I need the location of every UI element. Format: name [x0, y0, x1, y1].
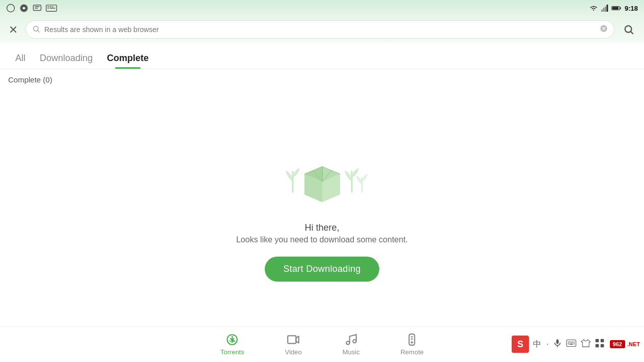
svg-rect-29: [411, 337, 413, 338]
svg-point-28: [411, 341, 413, 343]
app-icon-4: [46, 4, 57, 13]
svg-rect-43: [600, 339, 604, 343]
battery-icon: [611, 5, 622, 11]
svg-rect-4: [601, 10, 603, 12]
time-display: 9:18: [625, 5, 638, 12]
ime-mic-icon[interactable]: [552, 338, 563, 351]
ime-chinese-icon[interactable]: 中: [531, 337, 543, 352]
svg-point-0: [7, 5, 15, 12]
svg-rect-44: [595, 344, 599, 348]
tab-all[interactable]: All: [8, 48, 33, 69]
video-icon: [287, 333, 300, 346]
status-bar-right: 9:18: [589, 5, 638, 12]
empty-state-subtitle: Looks like you need to download some con…: [236, 235, 408, 244]
torrents-label: Torrents: [220, 348, 244, 356]
ime-s-icon[interactable]: S: [512, 336, 529, 353]
remote-icon: [405, 333, 418, 346]
svg-point-38: [573, 342, 574, 343]
search-icon: [32, 25, 40, 35]
ime-shirt-icon[interactable]: [579, 338, 592, 351]
svg-rect-45: [600, 344, 604, 348]
svg-rect-10: [612, 7, 619, 10]
ime-dot-icon[interactable]: ·: [545, 339, 549, 350]
complete-count: Complete (0): [0, 69, 644, 90]
tab-complete[interactable]: Complete: [100, 48, 156, 69]
svg-point-26: [353, 340, 356, 343]
svg-point-37: [572, 342, 573, 343]
nav-item-remote[interactable]: Remote: [380, 329, 444, 360]
music-label: Music: [343, 348, 360, 356]
signal-icon: [601, 5, 608, 12]
wifi-icon: [589, 5, 598, 12]
status-bar: 9:18: [0, 0, 644, 16]
nav-item-torrents[interactable]: Torrents: [200, 329, 265, 360]
close-button[interactable]: [6, 22, 20, 37]
empty-state-title: Hi there,: [236, 222, 408, 233]
svg-rect-30: [411, 339, 413, 340]
svg-rect-9: [620, 7, 621, 9]
tab-downloading[interactable]: Downloading: [33, 48, 100, 69]
search-box: [25, 20, 614, 39]
tabs-area: All Downloading Complete: [0, 43, 644, 69]
music-icon: [345, 333, 358, 346]
svg-rect-7: [606, 5, 608, 12]
svg-point-41: [573, 343, 574, 344]
bottom-nav: Torrents Video Music: [0, 326, 644, 362]
svg-point-39: [568, 343, 569, 344]
empty-state-text: Hi there, Looks like you need to downloa…: [236, 222, 408, 244]
logo-net: .NET: [627, 341, 640, 347]
svg-rect-6: [605, 7, 606, 12]
status-bar-left: [6, 4, 57, 13]
search-input[interactable]: [44, 25, 596, 34]
start-downloading-button[interactable]: Start Downloading: [265, 257, 379, 282]
ime-keyboard-icon[interactable]: [565, 338, 577, 350]
remote-label: Remote: [401, 348, 424, 356]
svg-rect-24: [288, 336, 296, 343]
main-content: Hi there, Looks like you need to downloa…: [0, 90, 644, 327]
empty-illustration: [271, 146, 373, 212]
nav-item-music[interactable]: Music: [322, 329, 380, 360]
svg-point-36: [571, 342, 572, 343]
svg-point-25: [346, 341, 350, 345]
app-icon-1: [6, 4, 15, 13]
search-submit-button[interactable]: [620, 20, 638, 39]
search-bar-area: [0, 16, 644, 43]
svg-rect-33: [566, 340, 576, 347]
ime-overlay: S 中 · 962 .NET: [512, 326, 644, 362]
logo-962: 962: [610, 340, 625, 348]
app-icon-2: [19, 4, 29, 13]
ime-grid-icon[interactable]: [594, 337, 606, 351]
torrents-icon: [226, 333, 239, 346]
svg-point-34: [568, 342, 569, 343]
video-label: Video: [285, 348, 302, 356]
svg-rect-42: [595, 339, 599, 343]
nav-item-video[interactable]: Video: [265, 329, 322, 360]
app-icon-3: [33, 4, 42, 13]
svg-rect-40: [569, 344, 573, 345]
svg-rect-31: [556, 340, 558, 344]
svg-point-35: [569, 342, 570, 343]
search-clear-button[interactable]: [600, 24, 608, 35]
svg-rect-5: [603, 8, 604, 12]
